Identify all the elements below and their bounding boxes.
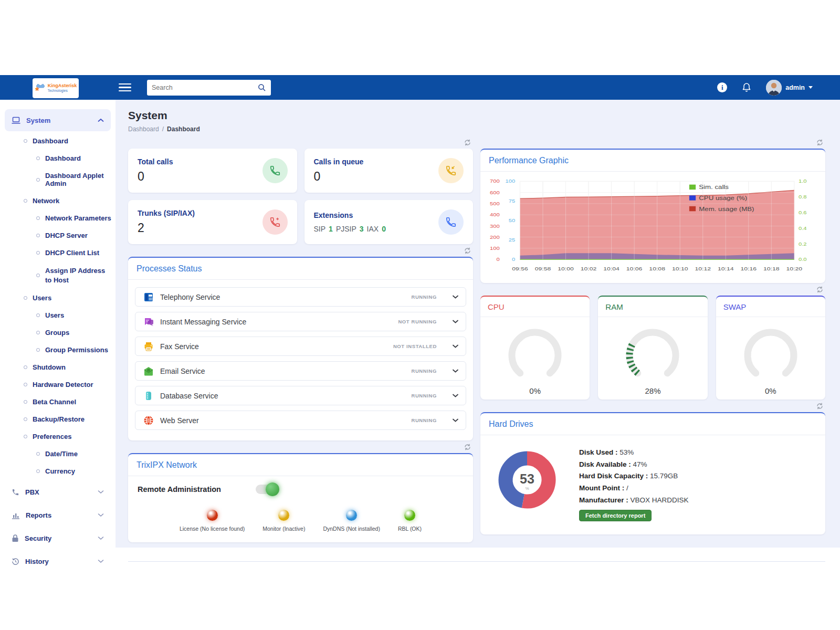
trunks-title: Trunks (SIP/IAX): [138, 209, 195, 217]
top-whitespace: [0, 0, 840, 75]
footer-divider: [128, 561, 825, 562]
refresh-hard-drives-icon[interactable]: [816, 402, 824, 410]
svg-text:*: *: [35, 85, 39, 95]
breadcrumb-current: Dashboard: [167, 125, 200, 133]
search-icon[interactable]: [258, 83, 266, 92]
calls-in-queue-card: Calls in queue 0: [304, 149, 474, 193]
fetch-directory-report-button[interactable]: Fetch directory report: [579, 510, 652, 521]
refresh-gauges-icon[interactable]: [816, 286, 824, 293]
status-badge: NOT INSTALLED: [393, 343, 437, 349]
email-icon: [143, 365, 154, 377]
chevron-down-icon[interactable]: [453, 418, 458, 422]
extensions-card: Extensions SIP1 PJSIP3 IAX0: [304, 200, 474, 244]
sidebar-item-security[interactable]: Security: [5, 527, 111, 549]
sidebar-item-groups[interactable]: Groups: [0, 324, 116, 341]
sidebar-item-users[interactable]: Users: [0, 289, 116, 307]
breadcrumb-dashboard-link[interactable]: Dashboard: [128, 125, 159, 133]
logo-name: KingAsterisk: [48, 83, 77, 88]
database-icon: [143, 390, 154, 402]
sidebar-item-date-time[interactable]: Date/Time: [0, 445, 116, 463]
svg-text:10:10: 10:10: [672, 266, 688, 271]
chevron-down-icon[interactable]: [453, 344, 458, 348]
svg-text:09:58: 09:58: [535, 266, 551, 271]
chevron-down-icon[interactable]: [453, 369, 458, 373]
breadcrumb: Dashboard / Dashboard: [128, 125, 825, 133]
sidebar-item-preferences[interactable]: Preferences: [0, 428, 116, 445]
svg-text:0: 0: [512, 257, 516, 262]
chevron-down-icon: [98, 490, 104, 494]
printer-icon: [143, 341, 154, 352]
license-led: License (No license found): [180, 510, 245, 532]
sidebar-item-pbx[interactable]: PBX: [5, 481, 111, 503]
info-icon[interactable]: i: [717, 82, 727, 92]
calls-in-queue-value: 0: [314, 170, 364, 184]
process-row-instant-messaging[interactable]: Instant Messaging Service NOT RUNNING: [135, 312, 466, 331]
sidebar-item-system[interactable]: System: [5, 109, 111, 131]
sidebar-item-beta-channel[interactable]: Beta Channel: [0, 393, 116, 411]
process-row-telephony[interactable]: Telephony Service RUNNING: [135, 287, 466, 307]
right-column: Performance Graphic 01002003004005006007…: [480, 136, 825, 534]
chevron-down-icon[interactable]: [453, 394, 458, 397]
svg-text:0.6: 0.6: [799, 210, 807, 215]
chevron-down-icon[interactable]: [453, 295, 458, 299]
sidebar-item-users-sub[interactable]: Users: [0, 307, 116, 324]
sidebar-item-network-parameters[interactable]: Network Parameters: [0, 209, 116, 227]
sidebar-item-reports[interactable]: Reports: [5, 504, 111, 526]
cpu-percent: 0%: [480, 386, 590, 395]
sidebar-item-dashboard-sub[interactable]: Dashboard: [0, 150, 116, 167]
sidebar-item-dhcp-client-list[interactable]: DHCP Client List: [0, 244, 116, 261]
sidebar-item-assign-ip-address-to-host[interactable]: Assign IP Address to Host: [0, 261, 116, 289]
sidebar-item-history[interactable]: History: [5, 550, 111, 572]
search-input[interactable]: [152, 84, 258, 91]
svg-text:600: 600: [490, 190, 500, 195]
refresh-trixipx-icon[interactable]: [464, 443, 471, 451]
led-red-icon: [207, 510, 218, 521]
app-logo[interactable]: * KingAsterisk Technologies: [33, 78, 79, 98]
sidebar-item-backup-restore[interactable]: Backup/Restore: [0, 411, 116, 428]
user-menu[interactable]: admin: [766, 80, 813, 96]
sidebar-item-network[interactable]: Network: [0, 192, 116, 209]
chevron-down-icon: [98, 559, 104, 563]
menu-toggle-icon[interactable]: [119, 81, 131, 94]
lock-icon: [12, 534, 19, 542]
process-row-web-server[interactable]: Web Server RUNNING: [135, 411, 466, 430]
sidebar-item-dhcp-server[interactable]: DHCP Server: [0, 227, 116, 244]
svg-text:10:08: 10:08: [649, 266, 665, 271]
svg-text:%: %: [525, 486, 529, 491]
process-row-database[interactable]: Database Service RUNNING: [135, 386, 466, 405]
svg-text:0: 0: [496, 257, 500, 262]
sidebar-item-group-permissions[interactable]: Group Permissions: [0, 341, 116, 359]
left-column: Total calls 0 Calls in queue 0: [128, 136, 473, 542]
cpu-title: CPU: [480, 297, 590, 317]
avatar[interactable]: [766, 80, 782, 96]
chevron-down-icon: [808, 86, 813, 89]
svg-text:100: 100: [506, 179, 516, 184]
process-row-email[interactable]: Email Service RUNNING: [135, 361, 466, 381]
sidebar-item-dashboard-applet-admin[interactable]: Dashboard Applet Admin: [0, 167, 116, 192]
led-blue-icon: [346, 510, 357, 521]
svg-text:10:16: 10:16: [740, 266, 757, 271]
monitor-led: Monitor (Inactive): [262, 510, 305, 532]
swap-title: SWAP: [716, 297, 825, 317]
sidebar-item-hardware-detector[interactable]: Hardware Detector: [0, 376, 116, 393]
refresh-processes-icon[interactable]: [464, 247, 471, 255]
refresh-performance-icon[interactable]: [816, 139, 824, 146]
svg-text:400: 400: [490, 212, 500, 217]
extensions-title: Extensions: [314, 211, 386, 219]
sidebar-item-currency[interactable]: Currency: [0, 463, 116, 480]
notifications-bell-icon[interactable]: [741, 82, 752, 93]
svg-text:10:12: 10:12: [695, 266, 711, 271]
remote-administration-toggle[interactable]: [256, 485, 278, 494]
process-row-fax[interactable]: Fax Service NOT INSTALLED: [135, 337, 466, 356]
refresh-stats-icon[interactable]: [464, 139, 471, 146]
sidebar-item-shutdown[interactable]: Shutdown: [0, 359, 116, 376]
trixipx-network-title: TrixIPX Network: [128, 454, 473, 476]
sidebar-item-dashboard[interactable]: Dashboard: [0, 132, 116, 150]
history-icon: [12, 558, 19, 565]
chevron-down-icon[interactable]: [453, 320, 458, 323]
ram-gauge: [621, 326, 685, 384]
fax-phone-icon: [143, 291, 154, 303]
remote-administration-label: Remote Administration: [138, 485, 221, 494]
swap-percent: 0%: [716, 386, 825, 395]
extensions-values: SIP1 PJSIP3 IAX0: [314, 225, 386, 233]
